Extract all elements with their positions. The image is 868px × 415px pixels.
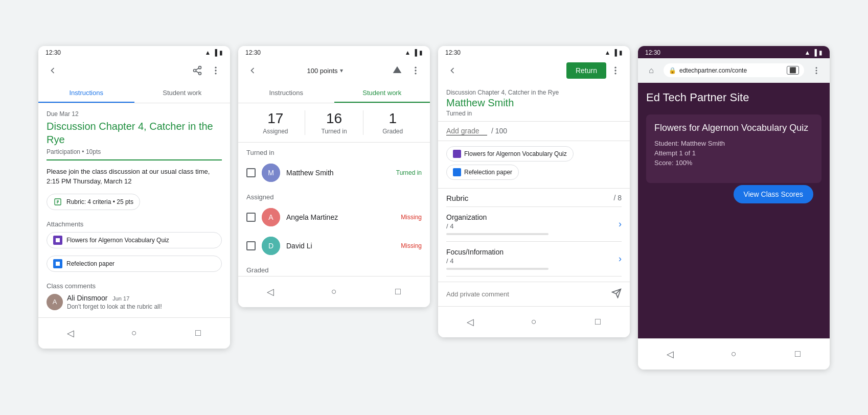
back-button-1[interactable] bbox=[43, 61, 62, 80]
quiz-icon bbox=[53, 236, 62, 245]
nav-back-4[interactable]: ◁ bbox=[660, 344, 680, 364]
checkbox-angela[interactable] bbox=[246, 213, 256, 222]
nav-back-3[interactable]: ◁ bbox=[460, 312, 481, 332]
nav-back-1[interactable]: ◁ bbox=[60, 323, 81, 343]
student-row-matthew[interactable]: M Matthew Smith Turned in bbox=[238, 158, 430, 187]
svg-point-18 bbox=[614, 66, 616, 68]
tab-count: ⬛ bbox=[787, 66, 799, 75]
back-button-3[interactable] bbox=[443, 61, 462, 80]
focus-left: Focus/Information / 4 bbox=[446, 248, 614, 270]
status-matthew: Turned in bbox=[396, 169, 422, 176]
nav-recent-2[interactable]: □ bbox=[388, 282, 408, 302]
student-name-david: David Li bbox=[286, 242, 395, 250]
assignment-title-1: Discussion Chapter 4, Catcher in the Rye bbox=[47, 120, 222, 146]
svg-rect-12 bbox=[56, 238, 60, 242]
doc-icon bbox=[53, 259, 62, 268]
site-title: Ed Tech Partner Site bbox=[646, 91, 821, 104]
doc-icon-3 bbox=[453, 168, 461, 176]
battery-icon-2: ▮ bbox=[419, 49, 423, 56]
avatar-david: D bbox=[262, 237, 280, 255]
focus-label: Focus/Information bbox=[446, 248, 614, 256]
private-comment bbox=[438, 282, 630, 306]
student-row-angela[interactable]: A Angela Martinez Missing bbox=[238, 203, 430, 232]
nav-home-2[interactable]: ○ bbox=[324, 282, 345, 302]
back-button-2[interactable] bbox=[243, 61, 262, 80]
tabs-2: Instructions Student work bbox=[238, 83, 430, 103]
drive-button[interactable] bbox=[388, 61, 406, 80]
graded-count: 1 bbox=[368, 110, 418, 127]
nav-home-1[interactable]: ○ bbox=[124, 323, 145, 343]
svg-point-7 bbox=[215, 73, 216, 74]
assigned-label: Assigned bbox=[250, 128, 301, 135]
status-bar-4: 12:30 ▲ ▐ ▮ bbox=[638, 46, 830, 58]
attachment-chip-3-1[interactable]: Flowers for Algernon Vocabulary Quiz bbox=[446, 146, 574, 162]
top-nav-1 bbox=[38, 58, 230, 83]
graded-label: Graded bbox=[368, 128, 418, 135]
more-button-3[interactable] bbox=[606, 61, 625, 80]
avatar-matthew: M bbox=[262, 164, 280, 182]
org-bar bbox=[446, 233, 549, 235]
wifi-icon-4: ▲ bbox=[805, 49, 811, 56]
svg-point-19 bbox=[614, 70, 616, 71]
nav-home-3[interactable]: ○ bbox=[524, 312, 544, 332]
turned-in-label: Turned in bbox=[446, 110, 622, 117]
nav-back-2[interactable]: ◁ bbox=[260, 282, 281, 302]
svg-point-6 bbox=[215, 70, 216, 71]
browser-home-icon[interactable]: ⌂ bbox=[642, 61, 660, 80]
tab-instructions-1[interactable]: Instructions bbox=[38, 83, 134, 103]
share-button-1[interactable] bbox=[188, 61, 207, 80]
return-button[interactable]: Return bbox=[566, 62, 606, 79]
more-button-1[interactable] bbox=[207, 61, 225, 80]
org-chevron: › bbox=[619, 219, 622, 229]
nav-recent-4[interactable]: □ bbox=[788, 344, 808, 364]
svg-point-16 bbox=[415, 70, 416, 71]
stats-row: 17 Assigned 16 Turned in 1 Graded bbox=[238, 103, 430, 143]
attachment-chip-2[interactable]: Refelection paper bbox=[47, 256, 222, 272]
status-time-4: 12:30 bbox=[645, 49, 660, 56]
svg-point-25 bbox=[816, 72, 817, 74]
nav-home-4[interactable]: ○ bbox=[724, 344, 744, 364]
nav-recent-3[interactable]: □ bbox=[588, 312, 608, 332]
quiz-icon-3 bbox=[453, 150, 461, 158]
attachment-chip-1[interactable]: Flowers for Algernon Vocabulary Quiz bbox=[47, 232, 222, 248]
points-dropdown-icon[interactable]: ▾ bbox=[340, 67, 343, 74]
green-divider bbox=[47, 159, 222, 160]
student-row-david[interactable]: D David Li Missing bbox=[238, 232, 430, 260]
svg-point-20 bbox=[614, 73, 616, 74]
attempt-label: Attempt 1 of 1 bbox=[654, 149, 813, 157]
tab-instructions-2[interactable]: Instructions bbox=[238, 83, 334, 103]
rubric-item-org[interactable]: Organization / 4 › bbox=[446, 207, 622, 242]
rubric-chip[interactable]: Rubric: 4 criteria • 25 pts bbox=[47, 194, 140, 210]
private-comment-input[interactable] bbox=[446, 290, 607, 298]
tab-student-work-2[interactable]: Student work bbox=[334, 83, 430, 103]
send-icon[interactable] bbox=[611, 288, 622, 300]
status-bar-2: 12:30 ▲ ▐ ▮ bbox=[238, 46, 430, 58]
turnedin-count: 16 bbox=[309, 110, 359, 127]
checkbox-matthew[interactable] bbox=[246, 168, 256, 177]
more-button-4[interactable] bbox=[807, 61, 826, 80]
attachment-chip-3-2[interactable]: Refelection paper bbox=[446, 165, 519, 180]
signal-icon-2: ▐ bbox=[413, 49, 417, 56]
checkbox-david[interactable] bbox=[246, 241, 256, 250]
status-icons-2: ▲ ▐ ▮ bbox=[405, 49, 423, 56]
score-label: Score: 100% bbox=[654, 159, 813, 167]
more-button-2[interactable] bbox=[406, 61, 425, 80]
svg-point-15 bbox=[415, 66, 416, 68]
browser-url-bar[interactable]: 🔒 edtechpartner.com/conte ⬛ bbox=[664, 63, 804, 77]
tabs-1: Instructions Student work bbox=[38, 83, 230, 103]
url-text: edtechpartner.com/conte bbox=[679, 67, 784, 74]
assignment-subtitle: Discussion Chapter 4, Catcher in the Rye bbox=[446, 89, 622, 96]
status-bar-3: 12:30 ▲ ▐ ▮ bbox=[438, 46, 630, 58]
grade-input[interactable] bbox=[446, 127, 487, 135]
rubric-item-focus[interactable]: Focus/Information / 4 › bbox=[446, 242, 622, 276]
status-david: Missing bbox=[401, 242, 422, 249]
stat-turnedin: 16 Turned in bbox=[305, 110, 364, 135]
status-icons-1: ▲ ▐ ▮ bbox=[205, 49, 223, 56]
wifi-icon: ▲ bbox=[205, 49, 211, 56]
nav-recent-1[interactable]: □ bbox=[188, 323, 209, 343]
student-name-angela: Angela Martinez bbox=[286, 213, 395, 221]
tab-student-work-1[interactable]: Student work bbox=[134, 83, 231, 103]
attachment-3-2-label: Refelection paper bbox=[464, 169, 512, 176]
view-scores-button[interactable]: View Class Scores bbox=[734, 185, 813, 203]
status-time-3: 12:30 bbox=[445, 49, 461, 56]
